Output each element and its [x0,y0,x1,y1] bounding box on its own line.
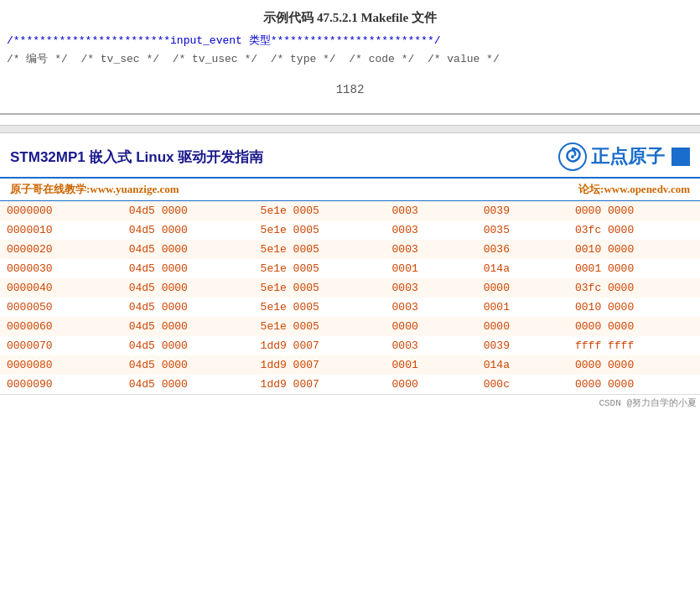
table-cell: 1dd9 0007 [254,355,386,375]
table-cell: 5e1e 0005 [254,220,386,240]
table-cell: 0003 [386,240,477,259]
table-cell: 5e1e 0005 [254,317,386,336]
table-cell: 0003 [386,336,477,355]
table-cell: 0001 0000 [568,259,700,278]
table-cell: 0000040 [0,278,122,298]
table-row: 000006004d5 00005e1e 0005000000000000 00… [0,317,700,336]
table-row: 000009004d5 00001dd9 00070000000c0000 00… [0,375,700,394]
table-cell: 0036 [477,240,568,259]
sub-header: 原子哥在线教学:www.yuanzige.com 论坛:www.openedv.… [0,179,700,201]
svg-point-1 [571,155,574,158]
bottom-section: STM32MP1 嵌入式 Linux 驱动开发指南 正点原子 原子哥在线教学:w… [0,133,700,411]
table-cell: 0000010 [0,220,122,240]
table-cell: 0003 [386,220,477,240]
table-cell: ffff ffff [568,336,700,355]
url-right: 论坛:www.openedv.com [578,182,690,197]
table-cell: 0000090 [0,375,122,394]
table-cell: 000c [477,375,568,394]
table-cell: 0001 [386,355,477,375]
table-row: 000005004d5 00005e1e 0005000300010010 00… [0,298,700,317]
comment-line: /* 编号 */ /* tv_sec */ /* tv_usec */ /* t… [0,49,700,68]
table-cell: 0000030 [0,259,122,278]
url-left: 原子哥在线教学:www.yuanzige.com [10,182,179,197]
section-title: 示例代码 47.5.2.1 Makefile 文件 [0,7,700,31]
table-cell: 04d5 0000 [122,240,254,259]
table-cell: 04d5 0000 [122,220,254,240]
table-cell: 04d5 0000 [122,375,254,394]
table-cell: 0000000 [0,201,122,220]
table-cell: 0001 [386,259,477,278]
table-cell: 5e1e 0005 [254,298,386,317]
table-cell: 0000050 [0,298,122,317]
page-number: 1182 [0,68,700,113]
table-cell: 04d5 0000 [122,336,254,355]
table-cell: 0000 [477,278,568,298]
table-cell: 03fc 0000 [568,220,700,240]
table-cell: 03fc 0000 [568,278,700,298]
logo-area: 正点原子 [557,142,690,172]
table-cell: 0000 [386,317,477,336]
table-cell: 04d5 0000 [122,201,254,220]
table-cell: 0000020 [0,240,122,259]
top-section: 示例代码 47.5.2.1 Makefile 文件 /*************… [0,0,700,115]
table-cell: 1dd9 0007 [254,336,386,355]
table-cell: 0035 [477,220,568,240]
logo-blue-box [671,148,690,166]
table-cell: 0010 0000 [568,298,700,317]
table-cell: 0000060 [0,317,122,336]
table-row: 000003004d5 00005e1e 00050001014a0001 00… [0,259,700,278]
code-line: /************************input_event 类型*… [0,31,700,49]
table-cell: 0000 [477,317,568,336]
table-cell: 0000070 [0,336,122,355]
logo-text: 正点原子 [591,144,665,169]
table-cell: 5e1e 0005 [254,201,386,220]
table-cell: 0000 0000 [568,375,700,394]
table-row: 000008004d5 00001dd9 00070001014a0000 00… [0,355,700,375]
book-title: STM32MP1 嵌入式 Linux 驱动开发指南 [10,148,263,167]
table-cell: 1dd9 0007 [254,375,386,394]
table-cell: 5e1e 0005 [254,240,386,259]
table-cell: 5e1e 0005 [254,278,386,298]
table-row: 000002004d5 00005e1e 0005000300360010 00… [0,240,700,259]
table-cell: 0001 [477,298,568,317]
table-cell: 0000080 [0,355,122,375]
logo-icon [557,142,588,172]
table-cell: 04d5 0000 [122,259,254,278]
table-row: 000001004d5 00005e1e 00050003003503fc 00… [0,220,700,240]
section-divider [0,125,700,133]
csdn-watermark: CSDN @努力自学的小夏 [0,394,700,411]
table-cell: 014a [477,259,568,278]
bottom-header: STM32MP1 嵌入式 Linux 驱动开发指南 正点原子 [0,133,700,179]
table-cell: 0010 0000 [568,240,700,259]
table-cell: 014a [477,355,568,375]
table-cell: 0000 0000 [568,355,700,375]
table-cell: 0000 0000 [568,317,700,336]
table-cell: 0003 [386,278,477,298]
table-row: 000004004d5 00005e1e 00050003000003fc 00… [0,278,700,298]
table-row: 000000004d5 00005e1e 0005000300390000 00… [0,201,700,220]
table-cell: 0039 [477,336,568,355]
table-cell: 0039 [477,201,568,220]
table-cell: 0003 [386,298,477,317]
table-cell: 0000 0000 [568,201,700,220]
table-row: 000007004d5 00001dd9 000700030039ffff ff… [0,336,700,355]
data-table: 000000004d5 00005e1e 0005000300390000 00… [0,201,700,394]
table-cell: 0003 [386,201,477,220]
table-cell: 04d5 0000 [122,317,254,336]
table-cell: 5e1e 0005 [254,259,386,278]
table-cell: 04d5 0000 [122,278,254,298]
table-cell: 04d5 0000 [122,298,254,317]
table-cell: 0000 [386,375,477,394]
table-cell: 04d5 0000 [122,355,254,375]
